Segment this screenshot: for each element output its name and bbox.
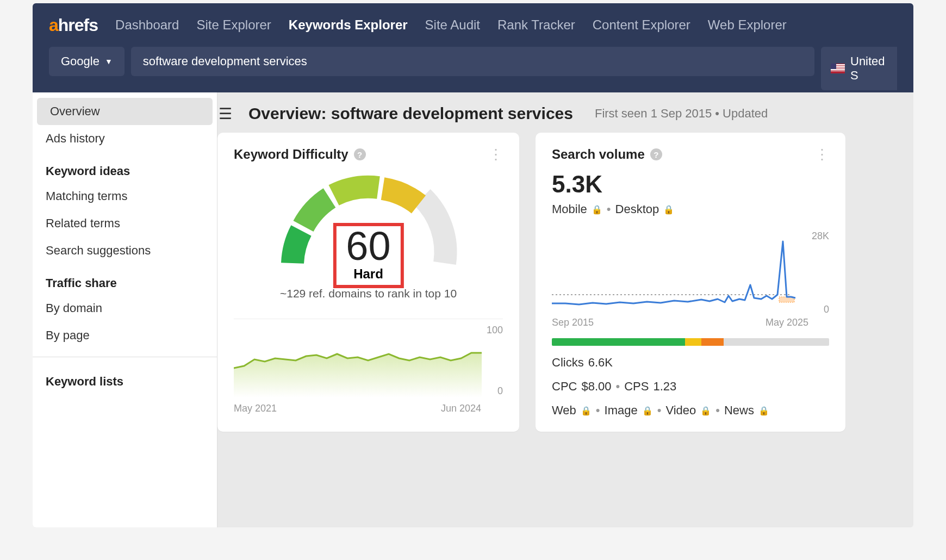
sidebar-divider [33, 357, 217, 363]
sv-trend-svg [552, 231, 813, 315]
dot-sep: • [657, 403, 662, 418]
sidebar-head-keyword-lists: Keyword lists [33, 363, 217, 393]
sidebar-item-overview[interactable]: Overview [37, 98, 213, 125]
sidebar-item-related-terms[interactable]: Related terms [33, 210, 217, 237]
kd-score-label: Hard [346, 266, 390, 282]
serp-seg-orange [701, 338, 724, 346]
lock-icon: 🔒 [758, 406, 769, 416]
nav-dashboard[interactable]: Dashboard [115, 17, 179, 33]
help-icon[interactable]: ? [354, 148, 366, 160]
kd-trend-xlabels: May 2021 Jun 2024 [234, 403, 503, 414]
clicks-row: Clicks 6.6K [552, 356, 829, 370]
kd-trend-chart: 100 0 May 2021 Jun 2024 [234, 319, 503, 414]
kd-trend-ymax: 100 [487, 325, 503, 336]
kd-card-title: Keyword Difficulty ? [234, 147, 366, 162]
top-navbar: ahrefs Dashboard Site Explorer Keywords … [33, 3, 913, 47]
sv-card-title: Search volume ? [552, 147, 662, 162]
cpc-label: CPC [552, 379, 577, 394]
nav-site-audit[interactable]: Site Audit [425, 17, 480, 33]
hamburger-icon[interactable]: ☰ [217, 105, 236, 123]
keyword-input[interactable]: software development services [131, 47, 814, 76]
nav-rank-tracker[interactable]: Rank Tracker [497, 17, 575, 33]
header-meta: First seen 1 Sep 2015 • Updated [595, 107, 768, 121]
sv-yzero: 0 [824, 304, 829, 315]
kd-trend-xstart: May 2021 [234, 403, 277, 414]
kd-score: 60 [346, 226, 390, 266]
lock-icon: 🔒 [642, 406, 653, 416]
sv-xend: May 2025 [765, 317, 808, 328]
kd-title-text: Keyword Difficulty [234, 147, 348, 162]
search-row: Google ▼ software development services U… [33, 47, 913, 92]
dot-sep: • [596, 403, 600, 418]
kebab-menu-icon[interactable]: ⋮ [815, 152, 829, 157]
keyword-value: software development services [143, 54, 307, 69]
cps-label: CPS [624, 379, 649, 394]
sidebar-item-by-page[interactable]: By page [33, 322, 217, 349]
sv-xlabels: Sep 2015 May 2025 [552, 317, 829, 328]
kd-gauge: 60 Hard ~129 ref. domains to rank in top… [234, 171, 503, 300]
search-volume-value: 5.3K [552, 171, 829, 198]
kebab-menu-icon[interactable]: ⋮ [489, 152, 503, 157]
dot-sep: • [715, 403, 720, 418]
search-volume-card: Search volume ? ⋮ 5.3K Mobile🔒 • Desktop… [536, 133, 845, 432]
kd-score-highlight: 60 Hard [333, 223, 403, 288]
gauge-svg: 60 Hard [271, 171, 466, 285]
kd-card-head: Keyword Difficulty ? ⋮ [234, 147, 503, 162]
lock-icon: 🔒 [663, 204, 674, 215]
type-image[interactable]: Image [605, 403, 638, 418]
sv-xstart: Sep 2015 [552, 317, 594, 328]
logo[interactable]: ahrefs [49, 15, 98, 35]
sidebar-item-ads-history[interactable]: Ads history [33, 125, 217, 152]
mobile-label[interactable]: Mobile [552, 202, 587, 216]
lock-icon: 🔒 [592, 204, 602, 215]
country-select[interactable]: United S [821, 47, 897, 90]
nav-keywords-explorer[interactable]: Keywords Explorer [289, 17, 408, 33]
us-flag-icon [831, 64, 845, 73]
cpc-row: CPC $8.00 • CPS 1.23 [552, 379, 829, 394]
serp-seg-grey [724, 338, 829, 346]
nav-web-explorer[interactable]: Web Explorer [708, 17, 787, 33]
cpc-value: $8.00 [581, 379, 611, 394]
search-engine-label: Google [61, 54, 99, 69]
main-content: ☰ Overview: software development service… [217, 92, 913, 527]
search-types-row: Web🔒 • Image🔒 • Video🔒 • News🔒 [552, 403, 829, 418]
sidebar-item-search-suggestions[interactable]: Search suggestions [33, 237, 217, 264]
clicks-value: 6.6K [588, 356, 613, 370]
help-icon[interactable]: ? [650, 148, 662, 160]
main-header: ☰ Overview: software development service… [217, 104, 913, 133]
dot-sep: • [616, 379, 620, 394]
logo-rest: hrefs [58, 15, 98, 35]
sidebar-item-by-domain[interactable]: By domain [33, 295, 217, 322]
sv-ymax: 28K [812, 231, 829, 242]
type-news[interactable]: News [724, 403, 754, 418]
kd-trend-xend: Jun 2024 [441, 403, 481, 414]
nav-site-explorer[interactable]: Site Explorer [196, 17, 271, 33]
body: Overview Ads history Keyword ideas Match… [33, 92, 913, 527]
serp-seg-green [552, 338, 685, 346]
device-breakdown: Mobile🔒 • Desktop🔒 [552, 202, 829, 216]
chevron-down-icon: ▼ [105, 57, 113, 66]
clicks-label: Clicks [552, 356, 584, 370]
sidebar-item-matching-terms[interactable]: Matching terms [33, 183, 217, 210]
kd-trend-svg [234, 332, 484, 397]
sidebar-head-traffic-share: Traffic share [33, 264, 217, 295]
serp-features-bar[interactable] [552, 338, 829, 346]
dot-sep: • [607, 202, 611, 216]
nav-content-explorer[interactable]: Content Explorer [593, 17, 690, 33]
type-video[interactable]: Video [665, 403, 696, 418]
kd-trend-yzero: 0 [497, 385, 503, 397]
cps-value: 1.23 [653, 379, 676, 394]
sidebar: Overview Ads history Keyword ideas Match… [33, 92, 217, 527]
logo-a: a [49, 15, 58, 35]
sv-trend-chart: 28K 0 Sep 2015 May 2025 [552, 231, 829, 328]
app-window: ahrefs Dashboard Site Explorer Keywords … [33, 3, 913, 527]
desktop-label[interactable]: Desktop [615, 202, 659, 216]
type-web[interactable]: Web [552, 403, 576, 418]
lock-icon: 🔒 [700, 406, 711, 416]
sidebar-head-keyword-ideas: Keyword ideas [33, 152, 217, 183]
sv-card-head: Search volume ? ⋮ [552, 147, 829, 162]
kd-note: ~129 ref. domains to rank in top 10 [280, 287, 457, 300]
search-engine-select[interactable]: Google ▼ [49, 47, 125, 76]
sv-title-text: Search volume [552, 147, 645, 162]
country-label: United S [850, 54, 892, 83]
